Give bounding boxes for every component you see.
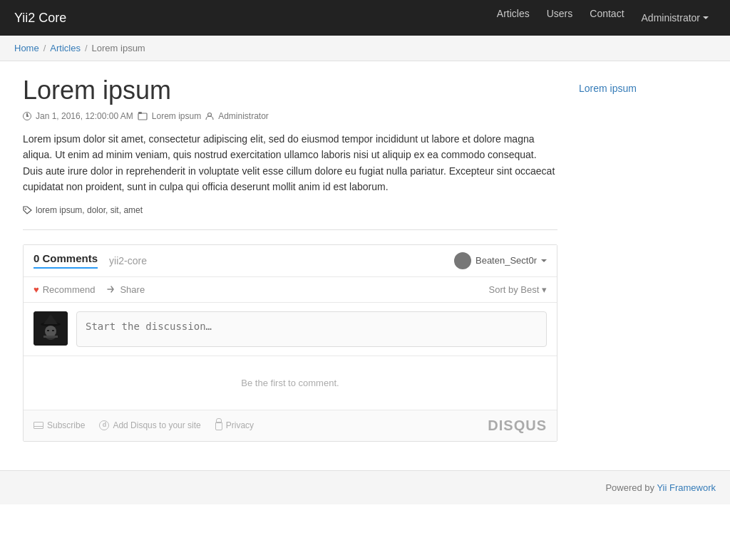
svg-rect-9 [52, 330, 54, 331]
heart-icon: ♥ [34, 284, 39, 295]
breadcrumb-sep-2: / [85, 43, 88, 53]
page-footer: Powered by Yii Framework [0, 470, 730, 504]
disqus-d-icon: d [99, 420, 109, 430]
comment-input-area [24, 303, 557, 356]
privacy-link[interactable]: Privacy [215, 420, 254, 430]
article-tags: lorem ipsum, dolor, sit, amet [23, 205, 557, 215]
add-disqus-label: Add Disqus to your site [113, 420, 200, 430]
article-date: Jan 1, 2016, 12:00:00 AM [36, 111, 133, 121]
recommend-label: Recommend [43, 284, 96, 295]
tags-value: lorem ipsum, dolor, sit, amet [36, 205, 143, 215]
user-dropdown-caret-icon[interactable] [541, 259, 547, 262]
breadcrumb-bar: Home / Articles / Lorem ipsum [0, 36, 730, 61]
sidebar-article-link[interactable]: Lorem ipsum [579, 83, 637, 94]
privacy-label: Privacy [226, 420, 254, 430]
disqus-header: 0 Comments yii2-core Beaten_Sect0r [24, 245, 557, 277]
svg-rect-10 [43, 336, 58, 338]
user-name: Beaten_Sect0r [475, 255, 537, 266]
main-content: Lorem ipsum Jan 1, 2016, 12:00:00 AM Lor… [23, 76, 557, 442]
nav-articles[interactable]: Articles [490, 4, 537, 24]
first-comment-message: Be the first to comment. [24, 356, 557, 410]
article-title: Lorem ipsum [23, 76, 557, 105]
admin-caret-icon [703, 16, 709, 19]
main-container: Lorem ipsum Jan 1, 2016, 12:00:00 AM Lor… [9, 61, 721, 456]
disqus-actions: ♥ Recommend Share Sort by Best ▾ [24, 277, 557, 303]
comment-input[interactable] [76, 311, 547, 347]
envelope-icon [34, 422, 43, 429]
sort-button[interactable]: Sort by Best ▾ [489, 284, 547, 295]
author-icon [205, 112, 214, 120]
svg-point-3 [25, 208, 26, 209]
nav-administrator[interactable]: Administrator [634, 8, 716, 28]
nav-contact[interactable]: Contact [582, 4, 631, 24]
article-meta: Jan 1, 2016, 12:00:00 AM Lorem ipsum Adm… [23, 111, 557, 121]
lock-icon [215, 422, 222, 430]
disqus-logo: DISQUS [488, 418, 547, 434]
commenter-avatar [34, 311, 68, 346]
disqus-footer: Subscribe d Add Disqus to your site Priv… [24, 410, 557, 441]
breadcrumb: Home / Articles / Lorem ipsum [14, 43, 716, 53]
framework-link[interactable]: Yii Framework [657, 482, 716, 493]
svg-rect-1 [138, 112, 142, 114]
subscribe-link[interactable]: Subscribe [34, 420, 85, 430]
article-author: Administrator [218, 111, 269, 121]
svg-rect-0 [138, 113, 147, 120]
share-button[interactable]: Share [106, 283, 145, 296]
navbar: Yii2 Core Articles Users Contact Adminis… [0, 0, 730, 36]
breadcrumb-current: Lorem ipsum [92, 43, 145, 53]
tags-icon [23, 206, 33, 214]
breadcrumb-home[interactable]: Home [14, 43, 39, 53]
subscribe-label: Subscribe [47, 420, 85, 430]
article-divider [23, 229, 557, 230]
share-label: Share [120, 284, 145, 295]
clock-icon [23, 112, 31, 120]
svg-rect-8 [47, 330, 49, 331]
sidebar: Lorem ipsum [579, 76, 707, 442]
first-comment-text: Be the first to comment. [241, 378, 339, 388]
article-body: Lorem ipsum dolor sit amet, consectetur … [23, 131, 557, 195]
category-icon [138, 112, 148, 120]
nav-users[interactable]: Users [540, 4, 580, 24]
brand-logo[interactable]: Yii2 Core [14, 11, 66, 26]
disqus-section: 0 Comments yii2-core Beaten_Sect0r ♥ Rec… [23, 244, 557, 442]
community-tab[interactable]: yii2-core [109, 255, 147, 266]
user-badge: Beaten_Sect0r [454, 252, 547, 269]
svg-point-7 [45, 326, 56, 337]
recommend-button[interactable]: ♥ Recommend [34, 283, 95, 296]
comments-tab[interactable]: 0 Comments [34, 252, 98, 269]
powered-by-text: Powered by [605, 482, 657, 493]
article-category: Lorem ipsum [152, 111, 201, 121]
breadcrumb-articles[interactable]: Articles [50, 43, 81, 53]
add-disqus-link[interactable]: d Add Disqus to your site [99, 420, 200, 430]
user-avatar [454, 252, 471, 269]
share-icon [106, 284, 116, 294]
ninja-avatar-image [34, 311, 68, 346]
breadcrumb-sep-1: / [43, 43, 46, 53]
